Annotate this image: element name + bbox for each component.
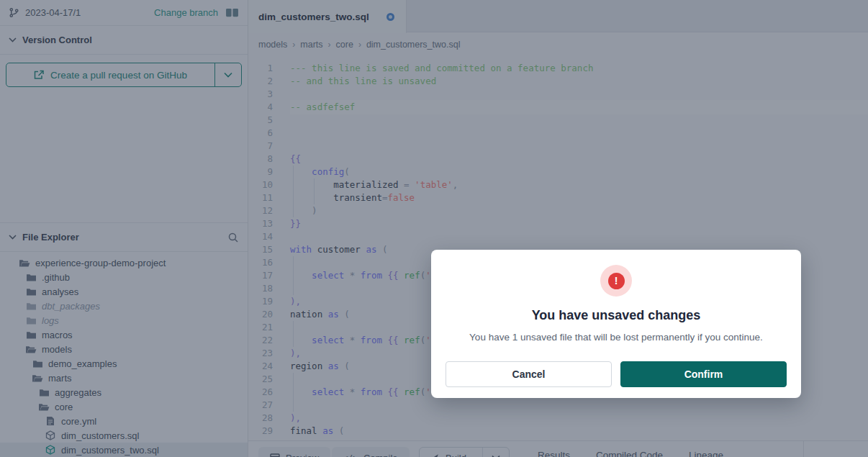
cancel-button[interactable]: Cancel [446, 361, 612, 387]
unsaved-changes-modal: ! You have unsaved changes You have 1 un… [431, 250, 801, 398]
modal-title: You have unsaved changes [431, 308, 801, 323]
modal-actions: Cancel Confirm [446, 361, 787, 387]
modal-body-text: You have 1 unsaved file that will be los… [431, 332, 801, 343]
error-exclamation-icon: ! [608, 273, 625, 289]
warning-icon-ring: ! [600, 265, 632, 297]
confirm-button[interactable]: Confirm [620, 361, 787, 387]
